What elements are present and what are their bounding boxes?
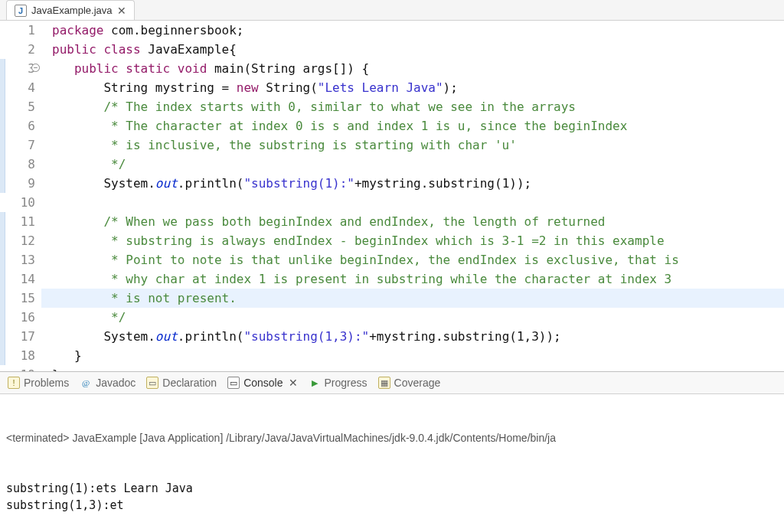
tab-problems[interactable]: ! Problems (8, 377, 69, 389)
change-marker (0, 155, 5, 174)
code-token: * Point to note is that unlike beginInde… (111, 253, 679, 267)
code-token (52, 253, 111, 267)
code-token (52, 214, 103, 229)
line-number: 13 (0, 250, 35, 269)
code-token: "substring(1):" (243, 176, 354, 191)
change-marker (0, 174, 5, 193)
fold-toggle-icon[interactable]: − (31, 64, 40, 72)
code-token (52, 61, 74, 76)
line-number: 11 (0, 212, 35, 231)
code-token: "substring(1,3):" (243, 329, 369, 344)
java-file-icon: J (15, 5, 27, 17)
code-line[interactable]: * why char at index 1 is present in subs… (52, 269, 784, 289)
code-token: } (52, 348, 82, 363)
console-launch-header: <terminated> JavaExample [Java Applicati… (6, 429, 778, 446)
code-token: String( (259, 80, 318, 95)
code-line[interactable]: System.out.println("substring(1):"+mystr… (52, 174, 784, 193)
code-editor[interactable]: 123−45678910111213141516171819 package c… (0, 21, 784, 371)
code-token: JavaExample{ (141, 42, 237, 57)
code-token: String mystring = (52, 80, 237, 95)
code-line[interactable]: public static void main(String args[]) { (52, 59, 784, 78)
code-line[interactable] (52, 193, 784, 212)
code-token: class (103, 42, 140, 57)
change-marker (0, 250, 5, 269)
code-token: ); (443, 80, 458, 95)
javadoc-icon: @ (80, 377, 92, 389)
code-token (52, 138, 111, 152)
code-token: com.beginnersbook; (103, 23, 243, 38)
code-token: out (155, 329, 178, 344)
tab-javadoc[interactable]: @ Javadoc (80, 377, 136, 389)
code-token: +mystring.substring(1,3)); (369, 329, 560, 344)
code-token: * is not present. (111, 291, 237, 305)
tab-javadoc-label: Javadoc (96, 377, 136, 389)
close-tab-icon[interactable]: ✕ (117, 5, 126, 17)
code-token: } (52, 367, 60, 371)
editor-tab-filename: JavaExample.java (31, 5, 113, 16)
line-number: 1 (0, 21, 35, 40)
editor-tab-bar: J JavaExample.java ✕ (0, 0, 784, 21)
code-line[interactable]: */ (52, 155, 784, 174)
code-token (52, 119, 111, 133)
tab-coverage[interactable]: ▦ Coverage (378, 377, 441, 389)
code-line[interactable]: */ (52, 308, 784, 327)
code-token: System. (52, 329, 155, 344)
code-token (119, 61, 126, 76)
change-marker (0, 269, 5, 289)
code-token (52, 157, 111, 171)
tab-console-label: Console (243, 377, 283, 389)
tab-console[interactable]: ▭ Console ✕ (227, 377, 297, 389)
code-line[interactable]: * is inclusive, the substring is startin… (52, 135, 784, 155)
code-token: static (126, 61, 170, 76)
code-line[interactable]: package com.beginnersbook; (52, 21, 784, 40)
console-icon: ▭ (227, 377, 240, 389)
tab-progress[interactable]: ▶ Progress (309, 377, 368, 389)
editor-tab[interactable]: J JavaExample.java ✕ (6, 0, 135, 20)
tab-declaration[interactable]: ▭ Declaration (146, 377, 217, 389)
code-token (96, 42, 104, 57)
code-line[interactable]: /* The index starts with 0, similar to w… (52, 97, 784, 116)
code-token: package (52, 23, 103, 38)
console-body[interactable]: <terminated> JavaExample [Java Applicati… (0, 394, 784, 532)
line-number: 9 (0, 174, 35, 193)
tab-declaration-label: Declaration (162, 377, 217, 389)
code-line[interactable]: * Point to note is that unlike beginInde… (52, 250, 784, 269)
code-line[interactable]: String mystring = new String("Lets Learn… (52, 78, 784, 97)
code-area[interactable]: package com.beginnersbook;public class J… (41, 21, 784, 371)
code-token: out (155, 176, 178, 191)
line-number: 2 (0, 40, 35, 59)
code-line[interactable]: * substring is always endIndex - beginIn… (52, 231, 784, 250)
code-token: * is inclusive, the substring is startin… (111, 138, 517, 152)
code-line[interactable]: /* When we pass both beginIndex and endI… (52, 212, 784, 231)
code-line[interactable]: * The character at index 0 is s and inde… (52, 116, 784, 135)
code-token: main(String args[]) { (207, 61, 369, 76)
line-number: 19 (0, 365, 35, 371)
code-line[interactable]: public class JavaExample{ (52, 40, 784, 59)
line-number: 18 (0, 346, 35, 365)
code-token: * The character at index 0 is s and inde… (111, 119, 627, 133)
change-marker (0, 135, 5, 155)
code-token (52, 272, 111, 286)
code-token: void (178, 61, 207, 76)
code-line[interactable]: * is not present. (52, 289, 784, 308)
line-number: 10 (0, 193, 35, 212)
change-marker (0, 78, 5, 97)
code-line[interactable]: } (52, 365, 784, 371)
console-line: substring(1,3):et (6, 497, 778, 514)
line-number: 17 (0, 327, 35, 346)
code-line[interactable]: System.out.println("substring(1,3):"+mys… (52, 327, 784, 346)
code-line[interactable]: } (52, 346, 784, 365)
code-token: .println( (178, 329, 244, 344)
problems-icon: ! (8, 377, 20, 389)
code-token: */ (111, 157, 126, 171)
change-marker (0, 308, 5, 327)
line-number-gutter: 123−45678910111213141516171819 (0, 21, 41, 371)
close-console-icon[interactable]: ✕ (289, 377, 298, 389)
code-token: public (74, 61, 119, 76)
line-number: 8 (0, 155, 35, 174)
line-number: 4 (0, 78, 35, 97)
line-number: 7 (0, 135, 35, 155)
change-marker (0, 59, 5, 78)
line-number: 16 (0, 308, 35, 327)
code-token: */ (111, 310, 126, 325)
